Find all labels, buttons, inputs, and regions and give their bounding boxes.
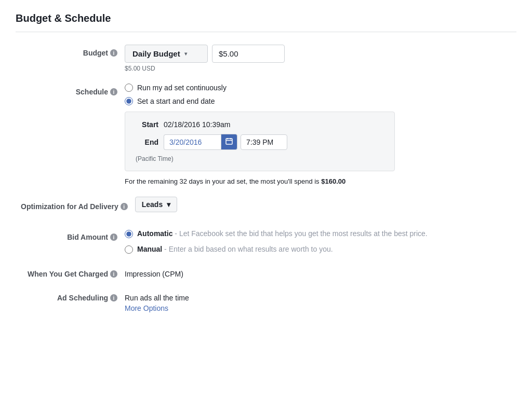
schedule-date-option[interactable]: Set a start and end date	[125, 97, 516, 105]
schedule-label-col: Schedule i	[21, 84, 125, 96]
bid-label-col: Bid Amount i	[21, 229, 125, 241]
optimization-info-icon[interactable]: i	[121, 203, 128, 210]
charged-label: When You Get Charged	[28, 270, 108, 278]
bid-manual-name: Manual	[137, 245, 162, 253]
ad-scheduling-label: Ad Scheduling	[57, 294, 108, 302]
charged-row: When You Get Charged i Impression (CPM)	[16, 266, 516, 278]
budget-label-col: Budget i	[21, 45, 125, 57]
page-title: Budget & Schedule	[16, 12, 516, 32]
optimization-label-col: Optimization for Ad Delivery i	[21, 197, 135, 212]
schedule-date-radio[interactable]	[125, 97, 133, 105]
schedule-date-label: Set a start and end date	[137, 97, 215, 105]
schedule-continuous-option[interactable]: Run my ad set continuously	[125, 84, 516, 92]
scheduling-value: Run ads all the time More Options	[125, 290, 516, 312]
bid-manual-desc: - Enter a bid based on what results are …	[162, 245, 332, 253]
bid-label: Bid Amount	[67, 233, 108, 241]
end-date-input[interactable]	[164, 134, 221, 150]
bid-info-icon[interactable]: i	[110, 234, 117, 241]
schedule-continuous-label: Run my ad set continuously	[137, 84, 227, 92]
bid-options: Automatic - Let Facebook set the bid tha…	[125, 229, 516, 254]
budget-controls: Daily Budget ▾	[125, 45, 516, 63]
charged-info-icon[interactable]: i	[110, 270, 117, 278]
budget-label: Budget	[83, 49, 108, 57]
bid-manual-text: Manual - Enter a bid based on what resul…	[137, 244, 333, 255]
schedule-info-icon[interactable]: i	[110, 88, 117, 95]
budget-usd-label: $5.00 USD	[125, 65, 516, 72]
schedule-continuous-radio[interactable]	[125, 84, 133, 92]
bid-amount-row: Bid Amount i Automatic - Let Facebook se…	[16, 229, 516, 254]
optimization-chevron: ▾	[167, 200, 170, 209]
budget-type-dropdown[interactable]: Daily Budget ▾	[125, 45, 208, 63]
budget-schedule-section: Budget & Schedule Budget i Daily Budget …	[0, 0, 532, 336]
charged-controls-col: Impression (CPM)	[125, 266, 516, 278]
start-label: Start	[136, 120, 158, 129]
ad-scheduling-value: Run ads all the time	[125, 294, 189, 302]
optimization-dropdown[interactable]: Leads ▾	[135, 197, 177, 212]
bid-automatic-radio[interactable]	[125, 230, 133, 238]
optimization-controls-col: Leads ▾	[135, 197, 516, 217]
optimization-dropdown-row: Leads ▾	[135, 197, 516, 212]
more-options-link[interactable]: More Options	[125, 304, 516, 312]
end-date-group	[164, 134, 287, 150]
ad-scheduling-row: Ad Scheduling i Run ads all the time Mor…	[16, 290, 516, 312]
bid-manual-option[interactable]: Manual - Enter a bid based on what resul…	[125, 244, 516, 255]
end-row: End	[136, 134, 384, 150]
schedule-label: Schedule	[76, 88, 108, 96]
bid-automatic-name: Automatic	[137, 229, 172, 238]
budget-type-label: Daily Budget	[132, 49, 180, 58]
ad-scheduling-label-col: Ad Scheduling i	[21, 290, 125, 302]
bid-manual-radio[interactable]	[125, 245, 133, 254]
spend-note: For the remaining 32 days in your ad set…	[125, 177, 516, 185]
optimization-row: Optimization for Ad Delivery i Leads ▾	[16, 197, 516, 217]
ad-scheduling-controls-col: Run ads all the time More Options	[125, 290, 516, 312]
budget-type-chevron: ▾	[184, 51, 187, 57]
schedule-date-box: Start 02/18/2016 10:39am End	[125, 112, 395, 171]
budget-controls-col: Daily Budget ▾ $5.00 USD	[125, 45, 516, 72]
budget-info-icon[interactable]: i	[110, 49, 117, 57]
charged-label-col: When You Get Charged i	[21, 266, 125, 278]
budget-row: Budget i Daily Budget ▾ $5.00 USD	[16, 45, 516, 72]
schedule-controls-col: Run my ad set continuously Set a start a…	[125, 84, 516, 185]
svg-rect-0	[226, 139, 232, 144]
charged-value: Impression (CPM)	[125, 266, 516, 278]
bid-automatic-text: Automatic - Let Facebook set the bid tha…	[137, 229, 428, 239]
calendar-icon	[225, 138, 233, 146]
bid-automatic-option[interactable]: Automatic - Let Facebook set the bid tha…	[125, 229, 516, 239]
schedule-radio-group: Run my ad set continuously Set a start a…	[125, 84, 516, 105]
calendar-button[interactable]	[221, 134, 237, 150]
start-row: Start 02/18/2016 10:39am	[136, 120, 384, 129]
ad-scheduling-info-icon[interactable]: i	[110, 294, 117, 301]
bid-controls-col: Automatic - Let Facebook set the bid tha…	[125, 229, 516, 254]
end-time-input[interactable]	[241, 134, 287, 150]
spend-note-text: For the remaining 32 days in your ad set…	[125, 177, 321, 185]
schedule-row: Schedule i Run my ad set continuously Se…	[16, 84, 516, 185]
optimization-dropdown-label: Leads	[142, 200, 163, 209]
optimization-label: Optimization for Ad Delivery	[21, 202, 118, 212]
timezone-label: (Pacific Time)	[136, 155, 384, 162]
bid-automatic-desc: - Let Facebook set the bid that helps yo…	[172, 229, 427, 238]
end-label: End	[136, 138, 158, 146]
start-value: 02/18/2016 10:39am	[164, 120, 230, 129]
budget-amount-input[interactable]	[212, 45, 285, 63]
spend-amount: $160.00	[321, 177, 345, 185]
